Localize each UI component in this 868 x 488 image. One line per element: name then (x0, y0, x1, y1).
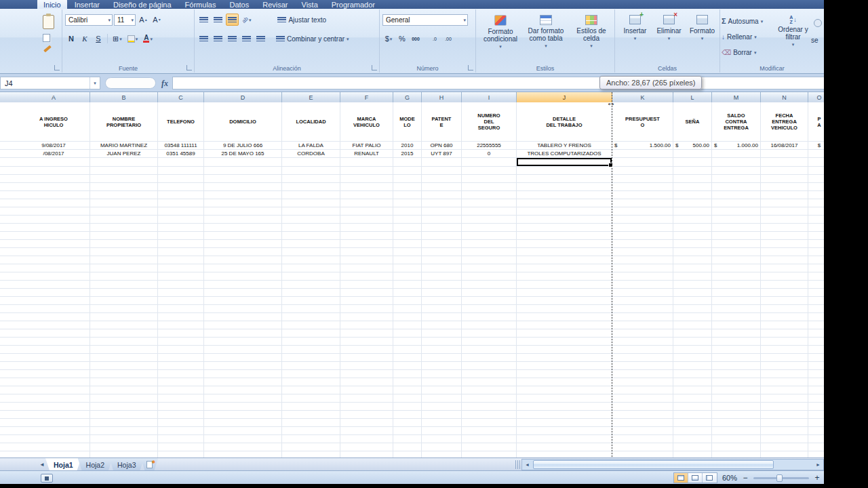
cell[interactable] (204, 386, 282, 394)
cell[interactable] (673, 224, 712, 232)
cell[interactable] (612, 443, 673, 451)
cell[interactable] (0, 256, 90, 264)
cell[interactable] (517, 362, 612, 370)
cell[interactable] (158, 411, 204, 419)
cell[interactable] (462, 419, 517, 427)
cell[interactable] (282, 411, 340, 419)
cell[interactable] (673, 411, 712, 419)
cell[interactable] (0, 443, 90, 451)
cell[interactable] (712, 264, 761, 272)
cell[interactable] (612, 386, 673, 394)
cell[interactable] (517, 443, 612, 451)
cell[interactable] (612, 297, 673, 305)
font-size-select[interactable]: 11 ▾ (114, 14, 136, 26)
cell[interactable] (462, 191, 517, 199)
cell[interactable] (462, 248, 517, 256)
cell[interactable] (393, 443, 422, 451)
cell[interactable] (612, 419, 673, 427)
cell[interactable] (517, 346, 612, 354)
cell[interactable] (422, 370, 462, 378)
cell[interactable] (90, 232, 158, 240)
cell[interactable] (673, 386, 712, 394)
cell[interactable] (204, 216, 282, 224)
grow-font-button[interactable]: A▴ (137, 14, 149, 26)
cell[interactable] (517, 403, 612, 411)
borders-button[interactable]: ⊞▾ (111, 33, 124, 45)
cell[interactable] (0, 240, 90, 248)
cell[interactable] (393, 411, 422, 419)
cell[interactable] (712, 378, 761, 386)
cell[interactable] (158, 338, 204, 346)
copy-icon[interactable] (43, 34, 50, 42)
cell[interactable] (282, 305, 340, 313)
cell[interactable] (761, 240, 808, 248)
underline-button[interactable]: S (92, 33, 104, 45)
cell[interactable] (761, 419, 808, 427)
cell[interactable] (422, 305, 462, 313)
cell[interactable] (422, 338, 462, 346)
align-top-button[interactable] (197, 14, 210, 26)
cell[interactable] (712, 386, 761, 394)
cell[interactable] (340, 167, 393, 175)
cell[interactable] (761, 175, 808, 183)
cell[interactable] (808, 232, 824, 240)
cell[interactable] (673, 248, 712, 256)
cell[interactable] (393, 297, 422, 305)
column-header-L[interactable]: L (673, 92, 712, 102)
cell[interactable] (517, 272, 612, 281)
cell[interactable] (158, 362, 204, 370)
cell[interactable] (90, 216, 158, 224)
cell[interactable] (422, 199, 462, 207)
cell[interactable] (340, 199, 393, 207)
cell[interactable] (282, 321, 340, 329)
cell[interactable] (761, 354, 808, 362)
cell[interactable] (158, 329, 204, 338)
cell[interactable] (422, 289, 462, 297)
zoom-level[interactable]: 60% (722, 474, 737, 482)
cell[interactable] (808, 191, 824, 199)
cell[interactable] (808, 248, 824, 256)
cell[interactable] (204, 354, 282, 362)
cell[interactable] (761, 435, 808, 443)
cell[interactable] (282, 281, 340, 289)
cell[interactable] (422, 191, 462, 199)
cell[interactable] (393, 199, 422, 207)
cell[interactable] (90, 435, 158, 443)
cell[interactable] (0, 451, 90, 458)
cell[interactable] (282, 313, 340, 321)
cell[interactable] (612, 224, 673, 232)
cell[interactable] (204, 264, 282, 272)
cell[interactable] (761, 427, 808, 435)
cell[interactable] (462, 297, 517, 305)
cell[interactable] (612, 232, 673, 240)
cell[interactable] (340, 175, 393, 183)
cell[interactable]: TABLERO Y FRENOS (517, 142, 612, 150)
cell[interactable] (673, 281, 712, 289)
cell[interactable] (808, 224, 824, 232)
cell[interactable] (422, 216, 462, 224)
cell[interactable] (393, 419, 422, 427)
cell[interactable] (673, 158, 712, 167)
cell[interactable] (422, 346, 462, 354)
cell[interactable] (712, 362, 761, 370)
cell[interactable] (393, 427, 422, 435)
cell[interactable] (612, 167, 673, 175)
orientation-button[interactable]: ab▾ (240, 14, 253, 26)
cell[interactable] (517, 232, 612, 240)
insert-sheet-button[interactable]: ✱ (140, 458, 158, 470)
zoom-in-button[interactable]: + (814, 473, 821, 483)
sort-filter-button[interactable]: AZ ↓ Ordenar y filtrar ▾ (777, 12, 809, 66)
cell[interactable] (808, 346, 824, 354)
cell[interactable] (673, 167, 712, 175)
cell[interactable] (808, 264, 824, 272)
cell[interactable] (462, 354, 517, 362)
cell[interactable]: 9 DE JULIO 666 (204, 142, 282, 150)
cell[interactable]: DOMICILIO (204, 102, 282, 142)
cell[interactable] (393, 378, 422, 386)
cell[interactable] (0, 207, 90, 216)
cell[interactable] (90, 443, 158, 451)
cell[interactable] (712, 346, 761, 354)
column-header-C[interactable]: C (158, 92, 204, 102)
cell[interactable] (517, 216, 612, 224)
cell[interactable] (282, 183, 340, 191)
